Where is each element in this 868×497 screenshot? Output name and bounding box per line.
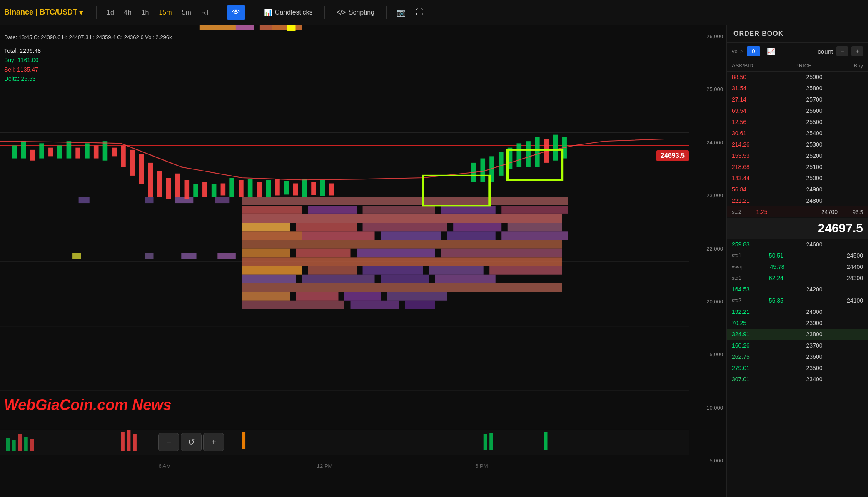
svg-rect-113 [24, 437, 28, 451]
table-row[interactable]: 153.53 25200 [727, 150, 868, 162]
svg-rect-25 [296, 249, 351, 258]
svg-rect-55 [12, 146, 17, 159]
chart-area[interactable]: Date: 13:45 O: 24390.6 H: 24407.3 L: 243… [0, 25, 726, 497]
svg-rect-115 [121, 432, 125, 451]
table-row[interactable]: std1 62.24 24300 [727, 273, 868, 284]
toolbar: Binance | BTC/USDT ▾ 1d 4h 1h 15m 5m RT … [0, 0, 868, 25]
svg-rect-98 [535, 137, 540, 167]
table-row[interactable]: 12.56 25500 [727, 117, 868, 128]
svg-rect-70 [148, 163, 153, 197]
fullscreen-button[interactable]: ⛶ [412, 6, 427, 18]
svg-rect-59 [48, 148, 53, 157]
count-plus-button[interactable]: + [851, 46, 863, 56]
table-row[interactable]: 164.53 24200 [727, 284, 868, 295]
svg-rect-78 [221, 184, 226, 196]
table-row[interactable]: 279.01 23500 [727, 363, 868, 374]
table-row[interactable]: 218.68 25100 [727, 162, 868, 173]
table-row[interactable]: 27.14 25700 [727, 94, 868, 105]
svg-rect-79 [229, 178, 234, 197]
svg-rect-82 [257, 182, 262, 197]
svg-rect-14 [296, 223, 357, 232]
svg-rect-27 [441, 249, 562, 258]
table-row[interactable]: 69.54 25600 [727, 105, 868, 117]
candlesticks-button[interactable]: 📊 Candlesticks [259, 7, 318, 18]
timeframe-1d[interactable]: 1d [103, 7, 117, 18]
col-ask-bid: ASK/BID [732, 62, 753, 69]
timeframe-rt[interactable]: RT [198, 7, 213, 18]
brand-text: Binance | BTC/USDT [4, 8, 77, 17]
time-6pm: 6 PM [475, 463, 488, 469]
std2-row[interactable]: std2 1.25 24700 96.5 ↑ [727, 206, 868, 218]
timeframe-5m[interactable]: 5m [179, 7, 195, 18]
svg-rect-66 [112, 148, 117, 157]
table-row[interactable]: 259.83 24600 [727, 239, 868, 250]
zoom-minus-button[interactable]: − [158, 433, 179, 451]
table-row[interactable]: 88.50 25900 [727, 72, 868, 83]
price-level-5k: 5,000 [689, 457, 726, 464]
brand-dropdown-icon: ▾ [79, 8, 83, 17]
table-row[interactable]: 30.61 25400 [727, 128, 868, 139]
svg-rect-57 [30, 150, 35, 161]
std2-price: 24700 [804, 209, 838, 215]
table-row[interactable]: std1 50.51 24500 [727, 250, 868, 261]
svg-rect-118 [242, 432, 245, 449]
svg-rect-38 [242, 283, 562, 292]
svg-rect-44 [351, 301, 399, 309]
eye-button[interactable]: 👁 [227, 5, 245, 20]
svg-rect-117 [133, 434, 137, 451]
chart-canvas[interactable] [0, 25, 689, 455]
svg-rect-7 [242, 206, 302, 214]
toolbar-separator-2 [220, 6, 220, 19]
timeframe-4h[interactable]: 4h [121, 7, 135, 18]
table-row[interactable]: 160.26 23700 [727, 340, 868, 351]
total-line: Total: 2296.48 [4, 46, 172, 55]
table-row[interactable]: vwap 45.78 24400 [727, 261, 868, 273]
vol-input[interactable] [747, 46, 760, 56]
table-row[interactable]: 192.21 24000 [727, 306, 868, 318]
toolbar-separator-4 [324, 6, 325, 19]
toolbar-separator-3 [252, 6, 252, 19]
table-row[interactable]: std2 56.35 24100 [727, 295, 868, 306]
table-row[interactable]: 221.21 24800 [727, 195, 868, 206]
svg-rect-96 [517, 143, 522, 167]
table-row[interactable]: 214.26 25300 [727, 139, 868, 150]
order-book-columns: ASK/BID PRICE Buy [727, 60, 868, 72]
zoom-controls: − ↺ + [158, 433, 224, 451]
svg-rect-17 [508, 223, 562, 232]
table-row[interactable]: 70.25 23900 [727, 318, 868, 329]
svg-rect-116 [127, 430, 131, 451]
table-row[interactable]: 262.75 23600 [727, 351, 868, 363]
brand-label[interactable]: Binance | BTC/USDT ▾ [4, 8, 90, 17]
table-row[interactable]: 307.01 23400 [727, 374, 868, 385]
svg-rect-47 [145, 197, 153, 203]
svg-rect-18 [242, 231, 302, 240]
svg-rect-105 [236, 25, 254, 30]
zoom-plus-button[interactable]: + [203, 433, 224, 451]
svg-rect-30 [308, 266, 357, 275]
timeframe-15m[interactable]: 15m [155, 7, 175, 18]
timeframe-1h[interactable]: 1h [138, 7, 152, 18]
table-row[interactable]: 31.54 25800 [727, 83, 868, 94]
col-buy: Buy [854, 62, 863, 69]
scripting-button[interactable]: </> Scripting [332, 7, 379, 18]
svg-rect-97 [526, 141, 531, 167]
zoom-refresh-button[interactable]: ↺ [181, 433, 202, 451]
table-row[interactable]: 56.84 24900 [727, 184, 868, 195]
table-row[interactable]: 324.91 23800 [727, 329, 868, 340]
svg-rect-20 [381, 231, 441, 240]
order-book-controls: vol > 📈 count − + [727, 43, 868, 60]
scripting-label: Scripting [349, 9, 374, 16]
chart-bar-icon: 📊 [264, 8, 272, 16]
table-row[interactable]: 143.44 25000 [727, 173, 868, 184]
svg-rect-6 [242, 197, 568, 205]
ohlcv-line: Date: 13:45 O: 24390.6 H: 24407.3 L: 243… [4, 33, 172, 42]
screenshot-button[interactable]: 📷 [393, 6, 409, 19]
svg-rect-34 [242, 275, 296, 283]
svg-rect-89 [320, 180, 325, 196]
svg-rect-41 [344, 292, 381, 301]
count-minus-button[interactable]: − [836, 46, 848, 56]
svg-rect-110 [6, 438, 10, 451]
svg-rect-26 [357, 249, 435, 258]
svg-rect-65 [103, 141, 108, 161]
candlesticks-label: Candlesticks [275, 9, 313, 16]
